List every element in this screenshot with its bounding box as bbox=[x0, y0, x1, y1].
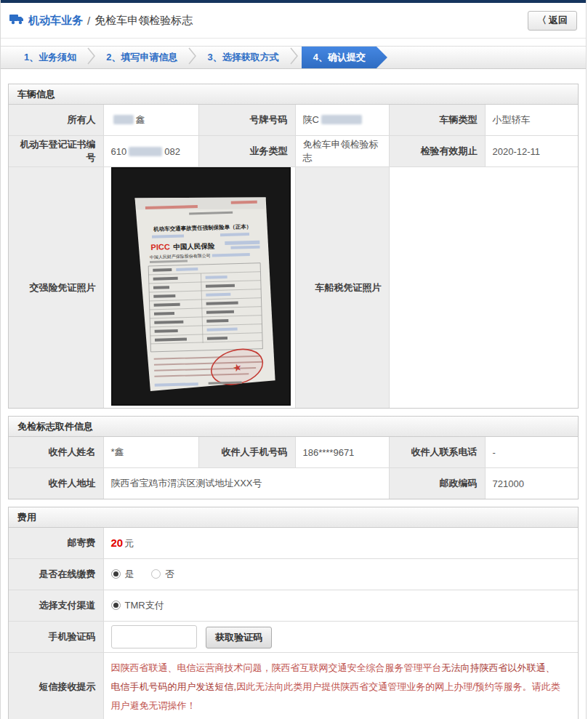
postage-label: 邮寄费 bbox=[9, 528, 103, 559]
vehicle-info-table: 所有人 鑫 号牌号码 陕C 车辆类型 小型轿车 机动车登记证书编号 610082… bbox=[9, 105, 578, 408]
svg-text:中国人民保险: 中国人民保险 bbox=[173, 241, 215, 251]
get-captcha-button[interactable]: 获取验证码 bbox=[206, 627, 272, 648]
back-label: 返回 bbox=[549, 14, 568, 27]
table-row: 收件人姓名 *鑫 收件人手机号码 186****9671 收件人联系电话 - bbox=[9, 437, 578, 468]
business-type-value: 免检车申领检验标志 bbox=[295, 136, 389, 167]
redacted-value bbox=[129, 147, 162, 156]
back-button[interactable]: 〈 返回 bbox=[528, 11, 577, 31]
breadcrumb: 机动车业务 / 免检车申领检验标志 bbox=[9, 14, 193, 28]
table-row: 短信接收提示 因陕西省联通、电信运营商技术问题，陕西省互联网交通安全综合服务管理… bbox=[9, 653, 578, 719]
sms-tip-label: 短信接收提示 bbox=[9, 653, 103, 719]
recipient-tel-value: - bbox=[485, 437, 578, 468]
recipient-name-label: 收件人姓名 bbox=[9, 437, 103, 468]
recipient-address-value: 陕西省宝鸡市渭滨区测试地址XXX号 bbox=[103, 468, 389, 499]
tab-step-1[interactable]: 1、业务须知 bbox=[15, 51, 85, 64]
recipient-mobile-label: 收件人手机号码 bbox=[198, 437, 295, 468]
online-pay-label: 是否在线缴费 bbox=[9, 559, 103, 590]
business-type-label: 业务类型 bbox=[198, 136, 295, 167]
pay-channel-label: 选择支付渠道 bbox=[9, 590, 103, 622]
sms-tip-value: 因陕西省联通、电信运营商技术问题，陕西省互联网交通安全综合服务管理平台无法向持陕… bbox=[103, 653, 578, 719]
tab-step-2[interactable]: 2、填写申请信息 bbox=[97, 51, 186, 64]
table-row: 是否在线缴费 是 否 bbox=[9, 559, 578, 590]
delivery-info-table: 收件人姓名 *鑫 收件人手机号码 186****9671 收件人联系电话 - 收… bbox=[9, 437, 578, 499]
fee-section: 费用 邮寄费 20元 是否在线缴费 是 否 选择支付渠道 TMR支付 bbox=[8, 507, 579, 719]
page-title-secondary: 免检车申领检验标志 bbox=[94, 14, 193, 28]
radio-tmr-pay[interactable] bbox=[111, 600, 121, 610]
recipient-name-value: *鑫 bbox=[103, 437, 198, 468]
recipient-address-label: 收件人地址 bbox=[9, 468, 103, 499]
redacted-value bbox=[113, 115, 134, 124]
chevron-separator-icon bbox=[188, 47, 197, 68]
tax-photo-empty-cell bbox=[389, 167, 578, 409]
header: 机动车业务 / 免检车申领检验标志 〈 返回 bbox=[1, 3, 586, 39]
vehicle-type-label: 车辆类型 bbox=[389, 105, 485, 136]
insurance-photo: 机动车交通事故责任强制保险单（正本） PICC 中国人民保险 中国人民财产保险股… bbox=[103, 167, 295, 409]
radio-online-yes[interactable] bbox=[111, 569, 121, 579]
plate-label: 号牌号码 bbox=[198, 105, 295, 136]
postcode-value: 721000 bbox=[485, 468, 578, 499]
table-row: 选择支付渠道 TMR支付 bbox=[9, 590, 578, 622]
tab-step-4-active[interactable]: 4、确认提交 bbox=[302, 47, 387, 68]
radio-online-yes-label[interactable]: 是 bbox=[125, 569, 134, 579]
recipient-tel-label: 收件人联系电话 bbox=[389, 437, 485, 468]
fee-section-title: 费用 bbox=[9, 507, 578, 528]
fee-table: 邮寄费 20元 是否在线缴费 是 否 选择支付渠道 TMR支付 手机验证码 bbox=[9, 528, 578, 719]
owner-value: 鑫 bbox=[103, 105, 198, 136]
table-row: 所有人 鑫 号牌号码 陕C 车辆类型 小型轿车 bbox=[9, 105, 578, 136]
captcha-label: 手机验证码 bbox=[9, 622, 103, 653]
owner-label: 所有人 bbox=[9, 105, 103, 136]
captcha-row: 获取验证码 bbox=[103, 622, 578, 653]
svg-text:PICC: PICC bbox=[150, 242, 170, 252]
postage-unit: 元 bbox=[124, 538, 134, 549]
pay-channel-options: TMR支付 bbox=[103, 590, 578, 622]
inspection-valid-value: 2020-12-11 bbox=[485, 136, 578, 167]
captcha-input[interactable] bbox=[111, 625, 197, 648]
redacted-value bbox=[321, 115, 362, 124]
page-title-primary: 机动车业务 bbox=[28, 14, 83, 28]
radio-online-no-label[interactable]: 否 bbox=[165, 569, 174, 579]
table-row: 机动车登记证书编号 610082 业务类型 免检车申领检验标志 检验有效期止 2… bbox=[9, 136, 578, 167]
truck-icon bbox=[9, 14, 24, 27]
page: 机动车业务 / 免检车申领检验标志 〈 返回 1、业务须知 2、填写申请信息 3… bbox=[0, 0, 587, 719]
postage-amount: 20 bbox=[111, 537, 124, 549]
online-pay-options: 是 否 bbox=[103, 559, 578, 590]
plate-value: 陕C bbox=[295, 105, 389, 136]
step-tabs: 1、业务须知 2、填写申请信息 3、选择获取方式 4、确认提交 bbox=[1, 46, 586, 69]
table-row: 邮寄费 20元 bbox=[9, 528, 578, 559]
delivery-info-section: 免检标志取件信息 收件人姓名 *鑫 收件人手机号码 186****9671 收件… bbox=[8, 416, 579, 499]
back-chevron-icon: 〈 bbox=[537, 14, 547, 27]
table-row: 收件人地址 陕西省宝鸡市渭滨区测试地址XXX号 邮政编码 721000 bbox=[9, 468, 578, 499]
sms-notice-text: 因陕西省联通、电信运营商技术问题，陕西省互联网交通安全综合服务管理平台无法向持陕… bbox=[111, 653, 571, 719]
table-row: 手机验证码 获取验证码 bbox=[9, 622, 578, 653]
insurance-document-photo: 机动车交通事故责任强制保险单（正本） PICC 中国人民保险 中国人民财产保险股… bbox=[111, 167, 291, 406]
tax-photo-label: 车船税凭证照片 bbox=[295, 167, 389, 409]
chevron-separator-icon bbox=[289, 47, 299, 68]
radio-tmr-pay-label[interactable]: TMR支付 bbox=[125, 600, 164, 611]
radio-online-no[interactable] bbox=[151, 569, 161, 579]
vehicle-type-value: 小型轿车 bbox=[485, 105, 578, 136]
title-divider: / bbox=[87, 15, 90, 27]
inspection-valid-label: 检验有效期止 bbox=[389, 136, 485, 167]
recipient-mobile-value: 186****9671 bbox=[295, 437, 389, 468]
postcode-label: 邮政编码 bbox=[389, 468, 485, 499]
vehicle-section-title: 车辆信息 bbox=[9, 84, 578, 105]
vehicle-info-section: 车辆信息 所有人 鑫 号牌号码 陕C 车辆类型 小型轿车 机动车登记证书编号 6… bbox=[8, 84, 579, 409]
delivery-section-title: 免检标志取件信息 bbox=[9, 417, 578, 437]
tab-step-3[interactable]: 3、选择获取方式 bbox=[198, 51, 287, 64]
postage-value: 20元 bbox=[103, 528, 578, 559]
table-row: 交强险凭证照片 机动车交通事故责任强制保险单（正本） bbox=[9, 167, 578, 409]
insurance-photo-label: 交强险凭证照片 bbox=[9, 167, 103, 409]
registration-no-label: 机动车登记证书编号 bbox=[9, 136, 103, 167]
registration-no-value: 610082 bbox=[103, 136, 198, 167]
chevron-separator-icon bbox=[86, 47, 96, 68]
